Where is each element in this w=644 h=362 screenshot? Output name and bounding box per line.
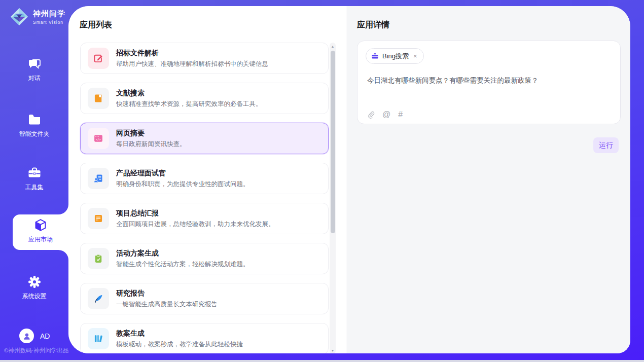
main-content: 应用列表 招标文件解析 帮助用户快速、准确地理解和解析招标书中的关键信息 xyxy=(68,6,630,353)
app-desc: 每日政府新闻资讯快查。 xyxy=(116,140,186,149)
app-card-pm-interviewer[interactable]: 产品经理面试官 明确身份和职责，为您提供专业性的面试问题。 xyxy=(80,163,329,194)
app-desc: 全面回顾项目进展，总结经验教训，助力未来优化发展。 xyxy=(116,220,275,229)
sidebar-item-toolbox[interactable]: 工具集 xyxy=(0,166,68,192)
app-desc: 帮助用户快速、准确地理解和解析招标书中的关键信息 xyxy=(116,60,268,68)
app-name: 研究报告 xyxy=(116,289,218,298)
sidebar-item-label: 系统设置 xyxy=(0,292,68,301)
run-button[interactable]: 运行 xyxy=(593,137,619,153)
sidebar-item-chat[interactable]: 对话 xyxy=(0,57,68,83)
cube-icon xyxy=(33,218,48,232)
hashtag-icon[interactable]: # xyxy=(398,110,403,119)
book-icon xyxy=(88,88,109,109)
sidebar-item-label: 智能文件夹 xyxy=(0,130,68,138)
sidebar-item-settings[interactable]: 系统设置 xyxy=(0,275,68,301)
sidebar-item-label: 应用市场 xyxy=(13,235,68,244)
app-desc: 一键智能生成高质量长文本研究报告 xyxy=(116,300,218,309)
app-name: 产品经理面试官 xyxy=(116,169,249,178)
prompt-input-card[interactable]: Bing搜索 × 今日湖北有哪些新闻要点？有哪些需要关注的最新政策？ @ # xyxy=(357,41,621,124)
app-name: 网页摘要 xyxy=(116,129,186,138)
app-card-bid-parsing[interactable]: 招标文件解析 帮助用户快速、准确地理解和解析招标书中的关键信息 xyxy=(80,43,329,74)
clipboard-check-icon xyxy=(88,248,109,269)
user-name: AD xyxy=(40,332,50,340)
app-name: 文献搜索 xyxy=(116,89,262,98)
app-detail-title: 应用详情 xyxy=(357,20,389,30)
app-name: 教案生成 xyxy=(116,329,243,338)
prompt-text[interactable]: 今日湖北有哪些新闻要点？有哪些需要关注的最新政策？ xyxy=(367,76,611,85)
edit-document-icon xyxy=(88,48,109,69)
browser-code-icon: </> xyxy=(88,128,109,149)
avatar xyxy=(19,329,34,343)
app-list-scrollbar[interactable]: ▲ ▼ xyxy=(330,43,336,353)
svg-text:</>: </> xyxy=(96,138,101,141)
brand-subtitle: Smart Vision xyxy=(33,20,65,25)
sidebar: 神州问学 Smart Vision 对话 智能文件夹 工具集 xyxy=(0,0,68,360)
tool-tag-bing-search[interactable]: Bing搜索 × xyxy=(366,48,424,64)
app-detail-panel: 应用详情 Bing搜索 × 今日湖北有哪些新闻要点？有哪些需要关注的最新政策？ xyxy=(347,6,630,353)
app-name: 项目总结汇报 xyxy=(116,209,275,218)
app-desc: 智能生成个性化活动方案，轻松解决规划难题。 xyxy=(116,260,249,269)
briefcase-icon xyxy=(371,52,379,60)
interviewer-icon xyxy=(88,168,109,189)
app-card-research-report[interactable]: 研究报告 一键智能生成高质量长文本研究报告 xyxy=(80,283,329,314)
chat-icon xyxy=(27,57,42,71)
copyright-text: ©神州数码·神州问学出品 xyxy=(4,347,68,354)
app-list-panel: 应用列表 招标文件解析 帮助用户快速、准确地理解和解析招标书中的关键信息 xyxy=(68,6,346,353)
app-card-event-plan[interactable]: 活动方案生成 智能生成个性化活动方案，轻松解决规划难题。 xyxy=(80,243,329,274)
app-desc: 模板驱动，教案秒成，教学准备从此轻松快捷 xyxy=(116,340,243,349)
sidebar-item-label: 工具集 xyxy=(0,183,68,192)
brand-name: 神州问学 xyxy=(33,9,65,19)
app-name: 招标文件解析 xyxy=(116,49,268,58)
app-list-title: 应用列表 xyxy=(80,20,112,30)
composer-toolbar: @ # xyxy=(367,110,403,119)
toolbox-icon xyxy=(27,166,42,180)
books-icon xyxy=(88,328,109,349)
app-desc: 快速精准查找学术资源，提高研究效率的必备工具。 xyxy=(116,100,262,108)
scrollbar-thumb[interactable] xyxy=(331,51,335,233)
bottom-edge-strip xyxy=(0,360,644,362)
app-card-webpage-summary[interactable]: </> 网页摘要 每日政府新闻资讯快查。 xyxy=(80,123,329,154)
mention-icon[interactable]: @ xyxy=(382,110,390,119)
sidebar-item-label: 对话 xyxy=(0,74,68,83)
app-card-lesson-plan[interactable]: 教案生成 模板驱动，教案秒成，教学准备从此轻松快捷 xyxy=(80,323,329,353)
quill-pen-icon xyxy=(88,288,109,309)
sidebar-item-smart-folder[interactable]: 智能文件夹 xyxy=(0,113,68,138)
app-desc: 明确身份和职责，为您提供专业性的面试问题。 xyxy=(116,180,249,189)
scroll-down-icon[interactable]: ▼ xyxy=(330,347,336,353)
app-card-literature-search[interactable]: 文献搜索 快速精准查找学术资源，提高研究效率的必备工具。 xyxy=(80,83,329,114)
scroll-up-icon[interactable]: ▲ xyxy=(330,43,336,50)
tool-tag-label: Bing搜索 xyxy=(382,52,409,61)
user-avatar-icon xyxy=(22,332,31,341)
smart-folder-icon xyxy=(27,113,42,127)
app-logo: 神州问学 Smart Vision xyxy=(9,7,65,27)
note-icon xyxy=(88,208,109,229)
attachment-icon[interactable] xyxy=(367,111,375,119)
app-card-project-summary[interactable]: 项目总结汇报 全面回顾项目进展，总结经验教训，助力未来优化发展。 xyxy=(80,203,329,234)
close-icon[interactable]: × xyxy=(412,52,418,60)
app-name: 活动方案生成 xyxy=(116,249,249,258)
sidebar-item-app-market[interactable]: 应用市场 xyxy=(13,218,68,244)
gear-icon xyxy=(27,275,42,289)
gem-diamond-icon xyxy=(9,7,29,27)
user-account[interactable]: AD xyxy=(19,329,50,343)
